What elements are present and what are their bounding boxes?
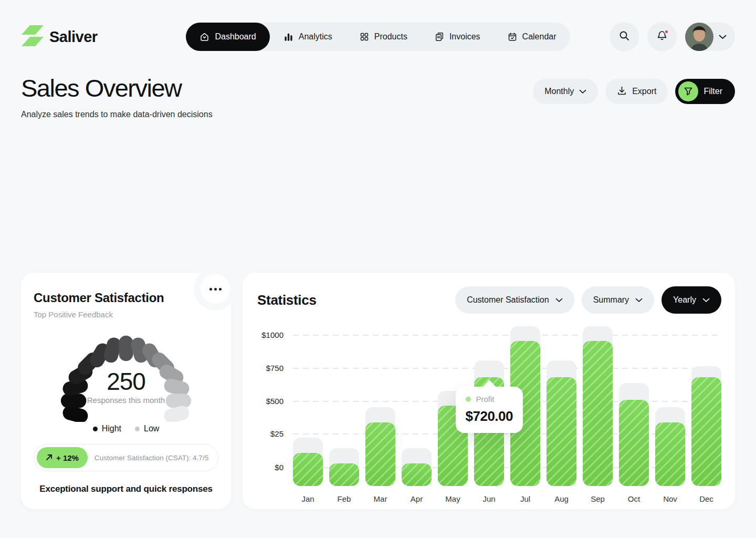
tooltip-arrow bbox=[482, 380, 496, 387]
page-controls: Monthly Export Filter bbox=[533, 79, 735, 104]
filter-value: Summary bbox=[593, 295, 629, 305]
download-icon bbox=[617, 86, 627, 98]
chevron-down-icon bbox=[555, 295, 563, 305]
nav-item-invoices[interactable]: Invoices bbox=[421, 23, 494, 51]
home-icon bbox=[200, 32, 209, 42]
nav-item-label: Invoices bbox=[449, 32, 480, 42]
x-tick-label: May bbox=[438, 494, 468, 503]
chart-columns: JanFebMarAprMay Profit $720.00JunJulAugS… bbox=[293, 328, 721, 503]
profit-bar-chart: $1000$750$500$25$0 JanFebMarAprMay Profi… bbox=[256, 328, 721, 503]
period-select[interactable]: Monthly bbox=[533, 79, 598, 104]
search-button[interactable] bbox=[610, 22, 639, 51]
nav-item-dashboard[interactable]: Dashboard bbox=[186, 23, 269, 51]
legend-dot bbox=[93, 427, 98, 431]
bar-value bbox=[329, 463, 359, 486]
bar-value bbox=[293, 453, 323, 486]
main-nav: DashboardAnalyticsProductsInvoicesCalend… bbox=[186, 23, 570, 51]
chart-bar-nov[interactable]: Nov bbox=[655, 328, 685, 503]
x-tick-label: Mar bbox=[365, 494, 395, 503]
more-options-button[interactable] bbox=[201, 274, 230, 304]
brand: Saliver bbox=[21, 24, 168, 49]
card-footnote: Exceptional support and quick responses bbox=[34, 484, 218, 494]
x-tick-label: Aug bbox=[547, 494, 576, 503]
bar-value bbox=[365, 422, 395, 486]
bar-area: Profit $720.00 bbox=[474, 328, 504, 486]
csat-badge-row: + 12% Customer Satisfaction (CSAT): 4.7/… bbox=[34, 444, 218, 471]
chart-bar-jun[interactable]: Profit $720.00Jun bbox=[474, 328, 504, 503]
nav-item-calendar[interactable]: Calendar bbox=[494, 23, 570, 51]
bar-chart-icon bbox=[284, 32, 293, 42]
profile-menu[interactable] bbox=[685, 23, 735, 51]
y-tick-label: $1000 bbox=[261, 330, 284, 339]
legend-item-low: Low bbox=[135, 424, 159, 433]
bar-value bbox=[619, 400, 649, 486]
bar-area bbox=[655, 328, 685, 486]
bar-value bbox=[691, 377, 721, 486]
nav-item-label: Analytics bbox=[299, 32, 332, 42]
bar-value bbox=[547, 377, 576, 486]
satisfaction-gauge: 250 Responses this month bbox=[45, 326, 207, 422]
filter-button[interactable]: Filter bbox=[675, 79, 735, 104]
x-tick-label: Oct bbox=[619, 494, 649, 503]
chart-bar-jan[interactable]: Jan bbox=[293, 328, 323, 503]
export-button[interactable]: Export bbox=[605, 79, 668, 104]
bar-value bbox=[402, 463, 432, 486]
customer-satisfaction-card: Customer Satisfaction Top Positive Feedb… bbox=[21, 273, 231, 509]
gauge-caption: Responses this month bbox=[45, 396, 207, 405]
nav-item-analytics[interactable]: Analytics bbox=[270, 23, 346, 51]
tooltip-series-label: Profit bbox=[476, 395, 495, 404]
csat-score: Customer Satisfaction (CSAT): 4.7/5 bbox=[88, 454, 215, 462]
stats-filter-customer-satisfaction[interactable]: Customer Satisfaction bbox=[455, 286, 574, 314]
chart-bar-aug[interactable]: Aug bbox=[547, 328, 576, 503]
bar-area bbox=[402, 328, 432, 486]
nav-item-label: Calendar bbox=[522, 32, 556, 42]
chevron-down-icon bbox=[702, 295, 710, 305]
chart-bar-apr[interactable]: Apr bbox=[402, 328, 432, 503]
bar-value bbox=[583, 341, 613, 486]
statistics-filters: Customer SatisfactionSummaryYearly bbox=[455, 286, 721, 314]
grid-icon bbox=[360, 32, 369, 42]
chevron-down-icon bbox=[579, 87, 586, 96]
filter-value: Customer Satisfaction bbox=[467, 295, 549, 305]
legend-label: Low bbox=[144, 424, 159, 433]
bar-area bbox=[547, 328, 576, 486]
period-select-value: Monthly bbox=[544, 87, 574, 96]
export-label: Export bbox=[632, 87, 656, 96]
chart-bar-mar[interactable]: Mar bbox=[365, 328, 395, 503]
notifications-button[interactable] bbox=[647, 22, 677, 51]
x-tick-label: Nov bbox=[655, 494, 685, 503]
legend-label: Hight bbox=[102, 424, 121, 433]
card-subtitle: Top Positive Feedback bbox=[34, 310, 218, 319]
bar-area bbox=[293, 328, 323, 486]
chart-bar-feb[interactable]: Feb bbox=[329, 328, 359, 503]
funnel-icon bbox=[678, 81, 698, 101]
gauge-legend: HightLow bbox=[34, 424, 218, 433]
bar-area bbox=[691, 328, 721, 486]
bar-value bbox=[655, 422, 685, 486]
chart-bar-oct[interactable]: Oct bbox=[619, 328, 649, 503]
y-tick-label: $25 bbox=[270, 429, 284, 438]
x-tick-label: Jun bbox=[474, 494, 504, 503]
top-bar: Saliver DashboardAnalyticsProductsInvoic… bbox=[0, 0, 756, 51]
chart-bar-dec[interactable]: Dec bbox=[691, 328, 721, 503]
brand-name: Saliver bbox=[49, 28, 98, 46]
card-title: Statistics bbox=[257, 292, 317, 308]
page-header: Sales Overview Analyze sales trends to m… bbox=[0, 51, 756, 119]
x-tick-label: Feb bbox=[329, 494, 359, 503]
bar-area bbox=[329, 328, 359, 486]
delta-badge: + 12% bbox=[37, 447, 88, 468]
legend-dot bbox=[135, 427, 140, 431]
nav-item-products[interactable]: Products bbox=[346, 23, 421, 51]
chart-tooltip: Profit $720.00 bbox=[456, 387, 523, 433]
card-title: Customer Satisfaction bbox=[34, 291, 218, 305]
avatar bbox=[685, 23, 713, 51]
y-axis-labels: $1000$750$500$25$0 bbox=[256, 328, 284, 486]
calendar-icon bbox=[508, 32, 517, 42]
chart-bar-sep[interactable]: Sep bbox=[583, 328, 613, 503]
stats-filter-summary[interactable]: Summary bbox=[582, 286, 654, 314]
stats-filter-yearly[interactable]: Yearly bbox=[662, 286, 721, 314]
bar-area bbox=[619, 328, 649, 486]
tooltip-value: $720.00 bbox=[466, 408, 518, 425]
x-tick-label: Jan bbox=[293, 494, 323, 503]
invoice-icon bbox=[435, 32, 444, 42]
